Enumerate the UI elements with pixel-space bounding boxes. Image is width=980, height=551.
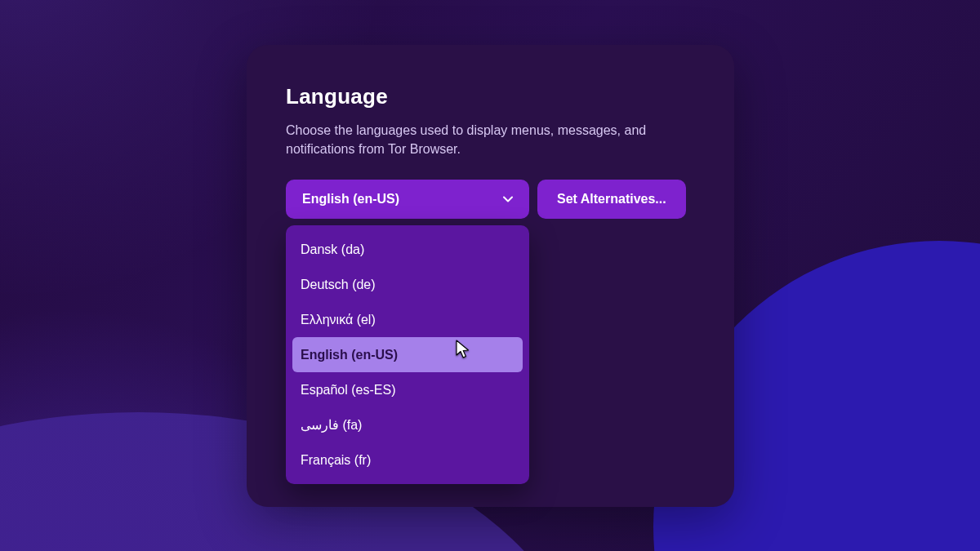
language-option-label: Dansk (da): [301, 242, 364, 257]
language-option[interactable]: Español (es-ES): [286, 372, 529, 407]
language-controls-row: English (en-US) Dansk (da)Deutsch (de)Ελ…: [286, 180, 695, 219]
language-option-label: Français (fr): [301, 453, 371, 468]
set-alternatives-button[interactable]: Set Alternatives...: [537, 180, 686, 219]
language-option[interactable]: Dansk (da): [286, 232, 529, 267]
language-dropdown: English (en-US) Dansk (da)Deutsch (de)Ελ…: [286, 180, 529, 219]
set-alternatives-label: Set Alternatives...: [557, 192, 666, 207]
language-option-label: Ελληνικά (el): [301, 313, 376, 327]
language-option[interactable]: Deutsch (de): [286, 267, 529, 302]
language-select-button[interactable]: English (en-US): [286, 180, 529, 219]
language-select-value: English (en-US): [302, 192, 399, 207]
panel-title: Language: [286, 84, 695, 109]
language-option-label: Deutsch (de): [301, 278, 376, 292]
language-option[interactable]: English (en-US): [292, 337, 523, 372]
language-menu[interactable]: Dansk (da)Deutsch (de)Ελληνικά (el)Engli…: [286, 225, 529, 484]
chevron-down-icon: [500, 191, 516, 207]
language-option[interactable]: Français (fr): [286, 442, 529, 478]
panel-description: Choose the languages used to display men…: [286, 121, 662, 158]
language-option[interactable]: Ελληνικά (el): [286, 302, 529, 337]
language-option-label: English (en-US): [301, 348, 398, 362]
language-option-label: فارسی (fa): [301, 417, 362, 433]
language-settings-panel: Language Choose the languages used to di…: [247, 45, 734, 507]
language-option[interactable]: فارسی (fa): [286, 407, 529, 442]
language-option-label: Español (es-ES): [301, 383, 396, 398]
